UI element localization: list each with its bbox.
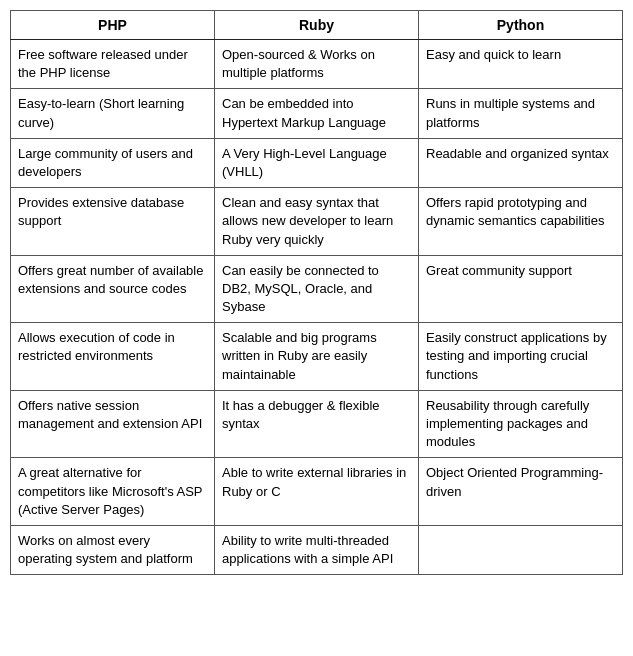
table-row: Large community of users and developersA…: [11, 138, 623, 187]
cell-row0-col2: Easy and quick to learn: [419, 40, 623, 89]
cell-row1-col2: Runs in multiple systems and platforms: [419, 89, 623, 138]
cell-row1-col1: Can be embedded into Hypertext Markup La…: [215, 89, 419, 138]
cell-row6-col0: Offers native session management and ext…: [11, 390, 215, 458]
cell-row6-col1: It has a debugger & flexible syntax: [215, 390, 419, 458]
cell-row4-col0: Offers great number of available extensi…: [11, 255, 215, 323]
table-row: Allows execution of code in restricted e…: [11, 323, 623, 391]
cell-row7-col2: Object Oriented Programming-driven: [419, 458, 623, 526]
cell-row5-col1: Scalable and big programs written in Rub…: [215, 323, 419, 391]
cell-row8-col0: Works on almost every operating system a…: [11, 525, 215, 574]
cell-row3-col1: Clean and easy syntax that allows new de…: [215, 188, 419, 256]
cell-row6-col2: Reusability through carefully implementi…: [419, 390, 623, 458]
cell-row3-col2: Offers rapid prototyping and dynamic sem…: [419, 188, 623, 256]
cell-row1-col0: Easy-to-learn (Short learning curve): [11, 89, 215, 138]
comparison-table: PHP Ruby Python Free software released u…: [10, 10, 623, 575]
table-row: Offers native session management and ext…: [11, 390, 623, 458]
header-ruby: Ruby: [215, 11, 419, 40]
cell-row2-col1: A Very High-Level Language (VHLL): [215, 138, 419, 187]
cell-row2-col0: Large community of users and developers: [11, 138, 215, 187]
cell-row0-col1: Open-sourced & Works on multiple platfor…: [215, 40, 419, 89]
cell-row8-col1: Ability to write multi-threaded applicat…: [215, 525, 419, 574]
cell-row7-col1: Able to write external libraries in Ruby…: [215, 458, 419, 526]
cell-row7-col0: A great alternative for competitors like…: [11, 458, 215, 526]
table-row: Easy-to-learn (Short learning curve)Can …: [11, 89, 623, 138]
table-row: Works on almost every operating system a…: [11, 525, 623, 574]
table-row: Offers great number of available extensi…: [11, 255, 623, 323]
header-python: Python: [419, 11, 623, 40]
cell-row4-col2: Great community support: [419, 255, 623, 323]
cell-row8-col2: [419, 525, 623, 574]
table-row: Free software released under the PHP lic…: [11, 40, 623, 89]
cell-row2-col2: Readable and organized syntax: [419, 138, 623, 187]
cell-row5-col0: Allows execution of code in restricted e…: [11, 323, 215, 391]
table-row: Provides extensive database supportClean…: [11, 188, 623, 256]
table-row: A great alternative for competitors like…: [11, 458, 623, 526]
header-row: PHP Ruby Python: [11, 11, 623, 40]
cell-row5-col2: Easily construct applications by testing…: [419, 323, 623, 391]
cell-row0-col0: Free software released under the PHP lic…: [11, 40, 215, 89]
cell-row4-col1: Can easily be connected to DB2, MySQL, O…: [215, 255, 419, 323]
header-php: PHP: [11, 11, 215, 40]
cell-row3-col0: Provides extensive database support: [11, 188, 215, 256]
